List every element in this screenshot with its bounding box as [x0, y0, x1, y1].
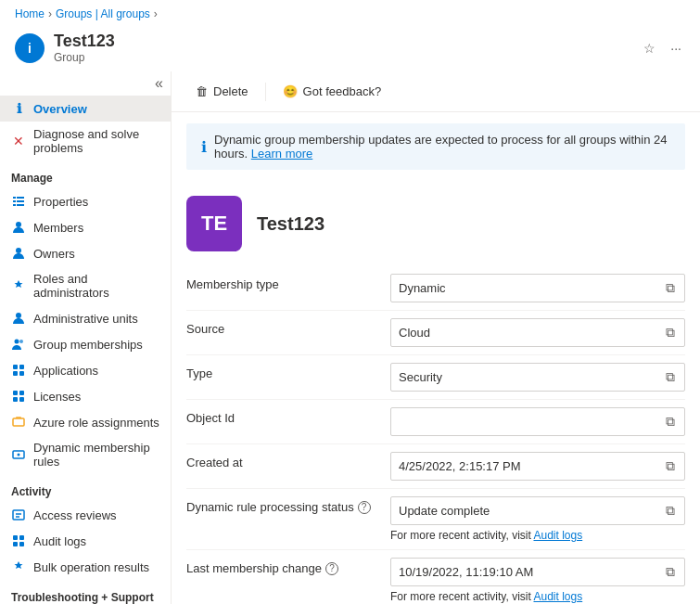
page-subtitle: Group — [54, 51, 630, 64]
group-avatar: TE — [186, 196, 242, 251]
page-title: Test123 — [54, 32, 630, 51]
svg-rect-3 — [17, 197, 24, 199]
properties-icon — [11, 194, 26, 209]
svg-rect-0 — [13, 197, 16, 199]
svg-point-21 — [18, 454, 20, 456]
audit-logs-link-1[interactable]: Audit logs — [533, 529, 582, 542]
info-banner: ℹ Dynamic group membership updates are e… — [186, 123, 685, 170]
azure-role-icon — [11, 415, 26, 430]
collapse-sidebar-button[interactable]: « — [155, 75, 163, 92]
pin-button[interactable]: ☆ — [640, 37, 659, 59]
content-area: 🗑 Delete 😊 Got feedback? ℹ Dynamic group… — [172, 71, 700, 604]
prop-row-dynamic-status: Dynamic rule processing status ? Update … — [186, 489, 685, 550]
prop-row-source: Source Cloud ⧉ — [186, 311, 685, 355]
svg-rect-14 — [19, 371, 24, 376]
svg-rect-25 — [13, 535, 18, 540]
sidebar-item-azure-role[interactable]: Azure role assignments — [0, 409, 171, 435]
toolbar: 🗑 Delete 😊 Got feedback? — [172, 71, 700, 112]
svg-rect-1 — [13, 200, 16, 202]
admin-units-icon — [11, 311, 26, 326]
svg-rect-4 — [17, 200, 24, 202]
support-section-header: Troubleshooting + Support — [0, 580, 171, 604]
svg-rect-18 — [19, 397, 24, 402]
prop-row-object-id: Object Id ⧉ — [186, 400, 685, 444]
copy-source-button[interactable]: ⧉ — [664, 323, 677, 342]
copy-type-button[interactable]: ⧉ — [664, 367, 677, 387]
sidebar-item-owners[interactable]: Owners — [0, 240, 171, 266]
sidebar-item-bulk-ops[interactable]: Bulk operation results — [0, 554, 171, 580]
svg-rect-12 — [19, 365, 24, 369]
sidebar-item-properties[interactable]: Properties — [0, 188, 171, 214]
sidebar: « ℹ Overview ✕ Diagnose and solve proble… — [0, 71, 172, 604]
page-icon: i — [15, 33, 45, 63]
more-options-button[interactable]: ··· — [667, 37, 685, 59]
bulk-ops-icon — [11, 559, 26, 574]
svg-rect-2 — [13, 204, 16, 206]
prop-row-type: Type Security ⧉ — [186, 355, 685, 400]
access-reviews-icon — [11, 508, 26, 522]
properties-grid: Membership type Dynamic ⧉ Source Cloud ⧉ — [172, 259, 700, 604]
copy-membership-type-button[interactable]: ⧉ — [664, 278, 677, 298]
svg-rect-11 — [13, 365, 18, 369]
members-icon — [11, 220, 26, 235]
breadcrumb-home[interactable]: Home — [15, 7, 45, 20]
sidebar-item-access-reviews[interactable]: Access reviews — [0, 502, 171, 528]
svg-rect-5 — [17, 204, 24, 206]
svg-point-9 — [15, 340, 19, 344]
svg-rect-19 — [13, 418, 24, 426]
group-name: Test123 — [257, 213, 325, 235]
sidebar-item-group-memberships[interactable]: Group memberships — [0, 331, 171, 357]
prop-row-created-at: Created at 4/25/2022, 2:15:17 PM ⧉ — [186, 444, 685, 489]
svg-rect-22 — [13, 510, 24, 520]
learn-more-link[interactable]: Learn more — [251, 147, 312, 161]
copy-last-membership-button[interactable]: ⧉ — [664, 562, 677, 582]
applications-icon — [11, 363, 26, 378]
svg-rect-27 — [13, 542, 18, 546]
dynamic-rules-icon — [11, 447, 26, 462]
overview-icon: ℹ — [11, 101, 26, 116]
last-membership-info-icon[interactable]: ? — [325, 562, 338, 575]
breadcrumb: Home › Groups | All groups › — [0, 0, 700, 28]
breadcrumb-groups[interactable]: Groups | All groups — [56, 7, 150, 20]
sidebar-item-overview[interactable]: ℹ Overview — [0, 96, 171, 122]
sidebar-item-dynamic-rules[interactable]: Dynamic membership rules — [0, 435, 171, 474]
owners-icon — [11, 246, 26, 261]
sidebar-item-admin-units[interactable]: Administrative units — [0, 305, 171, 331]
page-header: i Test123 Group ☆ ··· — [0, 28, 700, 71]
group-header: TE Test123 — [172, 181, 700, 259]
sidebar-item-audit-logs[interactable]: Audit logs — [0, 528, 171, 554]
svg-rect-17 — [13, 397, 18, 402]
licenses-icon — [11, 389, 26, 404]
sidebar-item-applications[interactable]: Applications — [0, 357, 171, 383]
sidebar-item-members[interactable]: Members — [0, 214, 171, 240]
delete-icon: 🗑 — [196, 84, 208, 98]
delete-button[interactable]: 🗑 Delete — [186, 79, 258, 104]
svg-point-7 — [16, 248, 21, 253]
dynamic-status-info-icon[interactable]: ? — [358, 501, 371, 514]
sidebar-item-roles[interactable]: Roles and administrators — [0, 266, 171, 305]
diagnose-icon: ✕ — [11, 134, 26, 148]
prop-row-last-membership: Last membership change ? 10/19/2022, 11:… — [186, 550, 685, 604]
info-banner-icon: ℹ — [201, 138, 207, 156]
feedback-icon: 😊 — [283, 84, 298, 98]
svg-point-8 — [16, 313, 21, 318]
group-memberships-icon — [11, 337, 26, 352]
roles-icon — [11, 278, 26, 293]
copy-created-at-button[interactable]: ⧉ — [664, 456, 677, 476]
svg-rect-13 — [13, 371, 18, 376]
audit-logs-icon — [11, 533, 26, 548]
prop-row-membership-type: Membership type Dynamic ⧉ — [186, 266, 685, 311]
activity-section-header: Activity — [0, 474, 171, 502]
feedback-button[interactable]: 😊 Got feedback? — [274, 79, 391, 104]
svg-rect-26 — [19, 535, 24, 540]
sidebar-item-diagnose[interactable]: ✕ Diagnose and solve problems — [0, 122, 171, 161]
sidebar-item-licenses[interactable]: Licenses — [0, 383, 171, 409]
svg-rect-16 — [19, 391, 24, 395]
audit-logs-link-2[interactable]: Audit logs — [533, 590, 582, 603]
copy-object-id-button[interactable]: ⧉ — [664, 412, 677, 431]
svg-point-6 — [16, 222, 21, 227]
copy-dynamic-status-button[interactable]: ⧉ — [664, 501, 677, 520]
svg-rect-28 — [19, 542, 24, 546]
svg-rect-15 — [13, 391, 18, 395]
manage-section-header: Manage — [0, 161, 171, 188]
